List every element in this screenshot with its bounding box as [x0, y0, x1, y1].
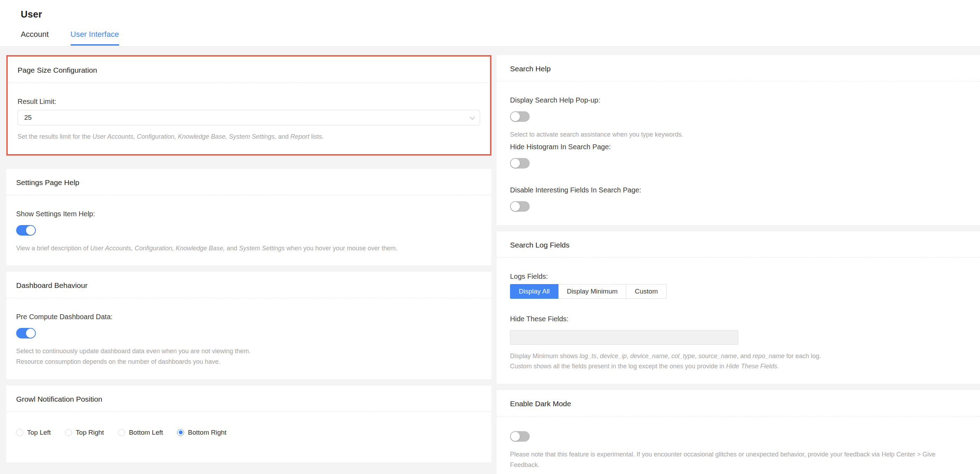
growl-position-radio-group: Top Left Top Right Bottom Left Bottom Ri…: [16, 426, 482, 450]
radio-bottom-right[interactable]: Bottom Right: [177, 429, 227, 436]
tab-bar: Account User Interface: [21, 30, 980, 46]
settings-page-help-card: Settings Page Help Show Settings Item He…: [6, 169, 492, 266]
right-column: Search Help Display Search Help Pop-up: …: [497, 55, 980, 474]
search-log-fields-title: Search Log Fields: [497, 231, 980, 258]
radio-bottom-right-label: Bottom Right: [188, 429, 227, 436]
tab-user-interface[interactable]: User Interface: [71, 30, 119, 46]
enable-dark-mode-toggle[interactable]: [510, 431, 530, 442]
segment-custom[interactable]: Custom: [626, 284, 666, 299]
radio-icon: [65, 429, 72, 436]
chevron-down-icon: [469, 114, 475, 120]
dashboard-behaviour-title: Dashboard Behaviour: [6, 272, 492, 298]
pre-compute-dashboard-data-label: Pre Compute Dashboard Data:: [16, 313, 482, 321]
hide-these-fields-input[interactable]: [510, 330, 738, 345]
radio-icon: [16, 429, 23, 436]
dashboard-helper-line-2: Resource consumption depends on the numb…: [16, 357, 482, 367]
search-help-card: Search Help Display Search Help Pop-up: …: [497, 55, 980, 225]
result-limit-label: Result Limit:: [18, 98, 480, 106]
tab-account[interactable]: Account: [21, 30, 49, 46]
pre-compute-dashboard-toggle[interactable]: [16, 328, 36, 339]
display-search-help-popup-toggle[interactable]: [510, 111, 530, 122]
toggle-knob: [511, 112, 520, 121]
radio-top-right-label: Top Right: [76, 429, 104, 436]
result-limit-value: 25: [24, 114, 32, 121]
radio-bottom-left[interactable]: Bottom Left: [118, 429, 163, 436]
growl-notification-title: Growl Notification Position: [6, 385, 492, 412]
radio-top-left[interactable]: Top Left: [16, 429, 51, 436]
enable-dark-mode-title: Enable Dark Mode: [497, 390, 980, 417]
logs-fields-label: Logs Fields:: [510, 272, 967, 280]
result-limit-helper: Set the results limit for the User Accou…: [18, 132, 480, 142]
dashboard-behaviour-card: Dashboard Behaviour Pre Compute Dashboar…: [6, 272, 492, 379]
show-settings-item-help-label: Show Settings Item Help:: [16, 210, 482, 218]
show-settings-item-help-toggle[interactable]: [16, 225, 36, 235]
settings-page-help-title: Settings Page Help: [6, 169, 492, 195]
toggle-knob: [511, 432, 520, 441]
search-log-fields-helper-1: Display Minimum shows log_ts, device_ip,…: [510, 351, 967, 362]
growl-notification-card: Growl Notification Position Top Left Top…: [6, 385, 492, 463]
page-size-configuration-title: Page Size Configuration: [8, 57, 490, 83]
radio-top-left-label: Top Left: [27, 429, 51, 436]
disable-interesting-fields-label: Disable Interesting Fields In Search Pag…: [510, 186, 967, 194]
toggle-knob: [26, 226, 35, 235]
page-size-configuration-card: Page Size Configuration Result Limit: 25…: [8, 57, 490, 154]
search-help-title: Search Help: [497, 55, 980, 81]
toggle-knob: [511, 202, 520, 211]
dark-mode-helper: Please note that this feature is experim…: [510, 449, 967, 470]
settings-help-helper: View a brief description of User Account…: [16, 243, 482, 254]
result-limit-select[interactable]: 25: [18, 110, 480, 125]
search-log-fields-card: Search Log Fields Logs Fields: Display A…: [497, 231, 980, 384]
toggle-knob: [26, 329, 35, 338]
radio-top-right[interactable]: Top Right: [65, 429, 104, 436]
search-help-popup-helper: Select to activate search assistance whe…: [510, 130, 967, 140]
radio-icon: [118, 429, 125, 436]
dashboard-helper-line-1: Select to continuously update dashboard …: [16, 346, 482, 357]
display-search-help-popup-label: Display Search Help Pop-up:: [510, 96, 967, 104]
enable-dark-mode-card: Enable Dark Mode Please note that this f…: [497, 390, 980, 474]
search-log-fields-helper-2: Custom shows all the fields present in t…: [510, 361, 967, 372]
radio-selected-icon: [177, 429, 184, 436]
toggle-knob: [511, 159, 520, 168]
page-title: User: [21, 9, 980, 20]
segment-display-minimum[interactable]: Display Minimum: [558, 284, 627, 299]
hide-histogram-toggle[interactable]: [510, 158, 530, 169]
settings-content: Page Size Configuration Result Limit: 25…: [0, 47, 980, 474]
segment-display-all[interactable]: Display All: [510, 284, 558, 299]
hide-histogram-label: Hide Histogram In Search Page:: [510, 143, 967, 151]
page-size-highlight-border: Page Size Configuration Result Limit: 25…: [6, 55, 492, 156]
page-header: User Account User Interface: [0, 0, 980, 47]
left-column: Page Size Configuration Result Limit: 25…: [6, 55, 492, 469]
hide-these-fields-label: Hide These Fields:: [510, 315, 967, 323]
radio-bottom-left-label: Bottom Left: [129, 429, 163, 436]
logs-fields-segmented-control: Display All Display Minimum Custom: [510, 284, 667, 299]
disable-interesting-fields-toggle[interactable]: [510, 201, 530, 212]
